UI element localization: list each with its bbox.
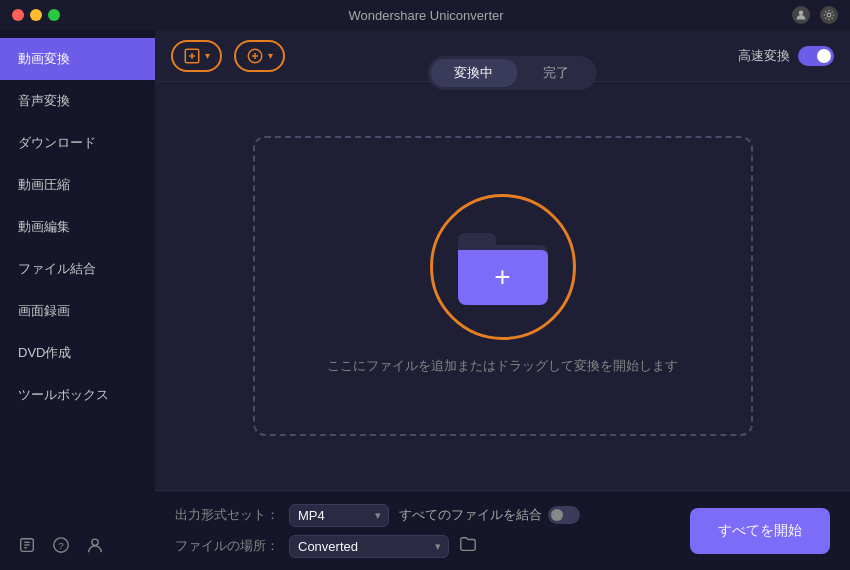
user-icon[interactable] — [86, 536, 104, 558]
settings-icon[interactable] — [820, 6, 838, 24]
add-file-button[interactable]: ▾ — [171, 40, 222, 72]
sidebar-item-video-convert[interactable]: 動画変換 — [0, 38, 155, 80]
maximize-button[interactable] — [48, 9, 60, 21]
merge-toggle[interactable] — [548, 506, 580, 524]
svg-point-8 — [92, 539, 98, 545]
window-controls[interactable] — [12, 9, 60, 21]
svg-point-1 — [827, 13, 831, 17]
sidebar-item-video-compress[interactable]: 動画圧縮 — [0, 164, 155, 206]
sidebar: 動画変換 音声変換 ダウンロード 動画圧縮 動画編集 ファイル結合 画面録画 D… — [0, 30, 155, 570]
high-speed-toggle[interactable] — [798, 46, 834, 66]
tab-converting[interactable]: 変換中 — [430, 59, 517, 87]
titlebar-right-icons — [792, 6, 838, 24]
app-title: Wondershare Uniconverter — [60, 8, 792, 23]
sidebar-item-screen-record[interactable]: 画面録画 — [0, 290, 155, 332]
app-body: 動画変換 音声変換 ダウンロード 動画圧縮 動画編集 ファイル結合 画面録画 D… — [0, 30, 850, 570]
tabs-container: 変換中 完了 — [427, 56, 596, 90]
sidebar-item-video-edit[interactable]: 動画編集 — [0, 206, 155, 248]
folder-open-icon[interactable] — [459, 535, 477, 557]
sidebar-item-download[interactable]: ダウンロード — [0, 122, 155, 164]
start-all-button[interactable]: すべてを開始 — [690, 508, 830, 554]
titlebar: Wondershare Uniconverter — [0, 0, 850, 30]
format-select-wrapper[interactable]: MP4 MOV AVI MKV — [289, 504, 389, 527]
drop-instruction: ここにファイルを追加またはドラッグして変換を開始します — [327, 357, 678, 375]
toolbar: ▾ ▾ 変換中 完了 高速変換 — [155, 30, 850, 82]
folder-circle: + — [433, 197, 573, 337]
drop-area-wrapper: + ここにファイルを追加またはドラッグして変換を開始します — [155, 82, 850, 490]
high-speed-label: 高速変換 — [738, 47, 790, 65]
add-convert-chevron: ▾ — [268, 50, 273, 61]
merge-label: すべてのファイルを結合 — [399, 506, 542, 524]
drop-area[interactable]: + ここにファイルを追加またはドラッグして変換を開始します — [253, 136, 753, 436]
svg-text:?: ? — [58, 540, 64, 551]
location-row: ファイルの場所： Converted — [175, 535, 674, 558]
sidebar-item-dvd-create[interactable]: DVD作成 — [0, 332, 155, 374]
tab-done[interactable]: 完了 — [519, 59, 593, 87]
location-select-wrapper[interactable]: Converted — [289, 535, 449, 558]
sidebar-item-file-merge[interactable]: ファイル結合 — [0, 248, 155, 290]
folder-plus-symbol: + — [494, 263, 510, 291]
add-convert-button[interactable]: ▾ — [234, 40, 285, 72]
book-icon[interactable] — [18, 536, 36, 558]
folder-icon: + — [458, 230, 548, 305]
sidebar-bottom: ? — [0, 524, 155, 570]
sidebar-item-audio-convert[interactable]: 音声変換 — [0, 80, 155, 122]
account-icon[interactable] — [792, 6, 810, 24]
add-file-chevron: ▾ — [205, 50, 210, 61]
format-row: 出力形式セット： MP4 MOV AVI MKV すべてのファイルを結合 — [175, 504, 674, 527]
location-label: ファイルの場所： — [175, 537, 279, 555]
location-select[interactable]: Converted — [289, 535, 449, 558]
bottom-bar: 出力形式セット： MP4 MOV AVI MKV すべてのファイルを結合 — [155, 490, 850, 570]
high-speed-area: 高速変換 — [738, 46, 834, 66]
close-button[interactable] — [12, 9, 24, 21]
help-icon[interactable]: ? — [52, 536, 70, 558]
main-content: ▾ ▾ 変換中 完了 高速変換 — [155, 30, 850, 570]
format-label: 出力形式セット： — [175, 506, 279, 524]
svg-point-0 — [799, 11, 804, 16]
folder-front: + — [458, 250, 548, 305]
sidebar-item-toolbox[interactable]: ツールボックス — [0, 374, 155, 416]
format-select[interactable]: MP4 MOV AVI MKV — [289, 504, 389, 527]
bottom-fields: 出力形式セット： MP4 MOV AVI MKV すべてのファイルを結合 — [175, 504, 674, 558]
merge-area: すべてのファイルを結合 — [399, 506, 580, 524]
minimize-button[interactable] — [30, 9, 42, 21]
